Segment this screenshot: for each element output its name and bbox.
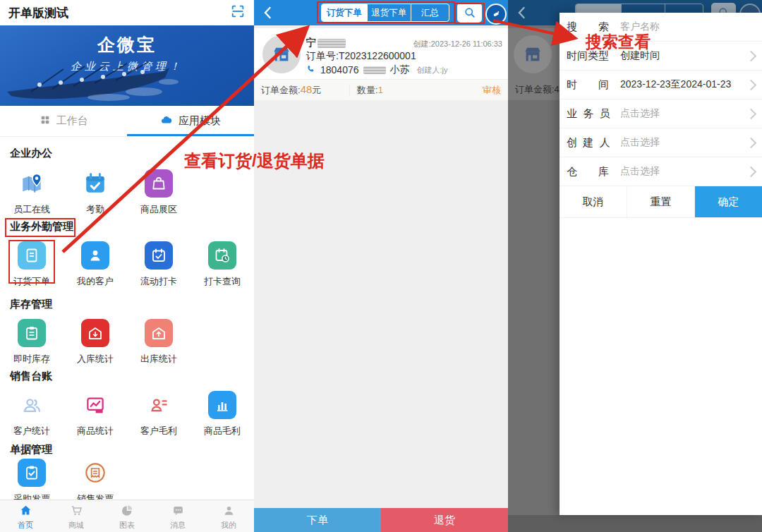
app-item-purchase-invoice[interactable]: 采购发票 bbox=[0, 459, 64, 500]
chevron-right-icon bbox=[746, 108, 757, 119]
app-item-product-zone[interactable]: 商品展区 bbox=[127, 169, 190, 216]
nav-mall[interactable]: 商城 bbox=[51, 500, 102, 532]
app-item-mobile-checkin[interactable]: 流动打卡 bbox=[127, 241, 190, 288]
app-item-outbound-stats[interactable]: 出库统计 bbox=[127, 319, 190, 365]
app-label: 商品毛利 bbox=[204, 425, 241, 437]
time-range-value: 2023-12-23至2024-01-23 bbox=[620, 78, 747, 91]
store-avatar bbox=[262, 35, 301, 73]
redacted-phone bbox=[363, 66, 386, 74]
dimmed-store-avatar bbox=[514, 35, 552, 73]
filter-label: 搜 索 bbox=[567, 20, 620, 34]
product-chart-icon bbox=[81, 391, 109, 419]
filter-label: 仓 库 bbox=[567, 165, 620, 179]
app-item-customer-profit[interactable]: 客户毛利 bbox=[127, 391, 190, 437]
nav-messages[interactable]: 消息 bbox=[152, 500, 203, 532]
app-item-attendance[interactable]: 考勤 bbox=[64, 169, 127, 216]
filter-row-creator[interactable]: 创 建 人 点击选择 bbox=[560, 128, 762, 157]
segment-summary[interactable]: 汇总 bbox=[411, 4, 449, 21]
section-heading-sales-ledger: 销售台账 bbox=[10, 370, 52, 383]
section-heading-documents: 单据管理 bbox=[10, 443, 52, 457]
filter-row-search[interactable]: 搜 索 客户名称 bbox=[560, 13, 762, 42]
back-icon[interactable] bbox=[260, 4, 277, 21]
customer-name: 宁 bbox=[306, 37, 316, 49]
app-item-customer-stats[interactable]: 客户统计 bbox=[0, 391, 64, 437]
search-input[interactable]: 客户名称 bbox=[620, 20, 755, 33]
filter-row-warehouse[interactable]: 仓 库 点击选择 bbox=[560, 157, 762, 186]
salesperson-value: 点击选择 bbox=[620, 107, 747, 120]
app-item-product-stats[interactable]: 商品统计 bbox=[64, 391, 127, 437]
app-label: 出库统计 bbox=[140, 353, 177, 365]
filter-label: 时间类型 bbox=[567, 49, 620, 63]
section-heading-inventory: 库存管理 bbox=[10, 298, 52, 311]
calendar-check-icon bbox=[81, 169, 109, 198]
nav-messages-label: 消息 bbox=[170, 520, 186, 531]
nav-mall-label: 商城 bbox=[68, 520, 84, 531]
tab-workbench[interactable]: 工作台 bbox=[0, 106, 127, 136]
person-icon bbox=[222, 504, 236, 519]
sales-invoice-icon bbox=[81, 459, 109, 487]
nav-charts[interactable]: 图表 bbox=[102, 500, 152, 532]
return-goods-button[interactable]: 退货 bbox=[381, 508, 508, 532]
nav-home-label: 首页 bbox=[18, 520, 33, 531]
shopping-bag-icon bbox=[145, 169, 173, 198]
warehouse-out-icon bbox=[145, 319, 173, 347]
float-assistant-icon[interactable] bbox=[485, 4, 507, 25]
app-item-live-inventory[interactable]: 即时库存 bbox=[0, 319, 64, 365]
app-item-my-customers[interactable]: 我的客户 bbox=[64, 241, 127, 288]
status-badge: 审核 bbox=[483, 84, 508, 97]
clipboard-icon bbox=[18, 319, 46, 347]
scan-icon[interactable] bbox=[230, 4, 246, 22]
reset-button[interactable]: 重置 bbox=[627, 186, 695, 217]
warehouse-value: 点击选择 bbox=[620, 165, 747, 178]
tab-app-modules-label: 应用模块 bbox=[179, 114, 221, 128]
amount-unit: 元 bbox=[312, 85, 321, 95]
app-label: 商品统计 bbox=[77, 425, 114, 437]
qty-value: 1 bbox=[378, 85, 383, 95]
calendar-clock-icon bbox=[208, 241, 236, 270]
app-item-product-profit[interactable]: 商品毛利 bbox=[190, 391, 254, 437]
product-profit-icon bbox=[208, 391, 236, 419]
segment-return[interactable]: 退货下单 bbox=[367, 4, 411, 21]
cart-icon bbox=[70, 504, 83, 519]
filter-label: 创 建 人 bbox=[567, 136, 620, 150]
search-button[interactable] bbox=[457, 3, 482, 23]
tab-app-modules[interactable]: 应用模块 bbox=[127, 106, 254, 136]
nav-profile[interactable]: 我的 bbox=[203, 500, 254, 532]
filter-row-time-type[interactable]: 时间类型 创建时间 bbox=[560, 42, 762, 71]
app-item-inbound-stats[interactable]: 入库统计 bbox=[64, 319, 127, 365]
filter-screen: 订单金额:4 搜 索 客户名称 时间类型 创建时间 时 间 2023-12-23… bbox=[508, 0, 762, 532]
app-label: 我的客户 bbox=[77, 275, 114, 288]
app-label: 商品展区 bbox=[140, 203, 177, 216]
created-timestamp: 创建:2023-12-26 11:06:33 bbox=[413, 39, 502, 49]
order-number: 订单号:T2023122600001 bbox=[306, 50, 416, 63]
chevron-right-icon bbox=[746, 137, 757, 148]
app-label: 打卡查询 bbox=[204, 275, 241, 288]
nav-profile-label: 我的 bbox=[221, 520, 236, 531]
amount-label: 订单金额: bbox=[261, 85, 301, 95]
app-label: 销售发票 bbox=[77, 492, 114, 500]
order-list-screen: 订货下单 退货下单 汇总 宁 创建:2023-12-26 11:06:33 订单… bbox=[254, 0, 508, 532]
order-card[interactable]: 宁 创建:2023-12-26 11:06:33 订单号:T2023122600… bbox=[254, 28, 508, 100]
filter-row-time-range[interactable]: 时 间 2023-12-23至2024-01-23 bbox=[560, 71, 762, 99]
app-item-checkin-query[interactable]: 打卡查询 bbox=[190, 241, 254, 288]
grid-icon bbox=[40, 114, 51, 128]
nav-home[interactable]: 首页 bbox=[0, 500, 51, 532]
app-label: 客户毛利 bbox=[140, 425, 177, 437]
time-type-value: 创建时间 bbox=[620, 49, 747, 62]
segment-order[interactable]: 订货下单 bbox=[322, 4, 367, 21]
app-label: 考勤 bbox=[86, 203, 104, 216]
filter-row-salesperson[interactable]: 业 务 员 点击选择 bbox=[560, 99, 762, 128]
app-item-order-placing[interactable]: 订货下单 bbox=[0, 241, 64, 288]
amount-value: 48 bbox=[301, 83, 313, 95]
app-item-sales-invoice[interactable]: 销售发票 bbox=[64, 459, 127, 500]
cloud-icon bbox=[160, 114, 173, 128]
app-item-employee-online[interactable]: 员工在线 bbox=[0, 169, 64, 216]
redacted-name bbox=[318, 39, 346, 48]
brand-banner: 企微宝 企业云上微管理！ bbox=[0, 25, 254, 106]
section-heading-office: 企业办公 bbox=[10, 147, 52, 160]
order-type-segmented-control: 订货下单 退货下单 汇总 bbox=[321, 4, 449, 22]
dimmed-bottom-bar bbox=[508, 515, 762, 532]
cancel-button[interactable]: 取消 bbox=[560, 186, 627, 217]
place-order-button[interactable]: 下单 bbox=[254, 508, 381, 532]
confirm-button[interactable]: 确定 bbox=[695, 186, 762, 217]
